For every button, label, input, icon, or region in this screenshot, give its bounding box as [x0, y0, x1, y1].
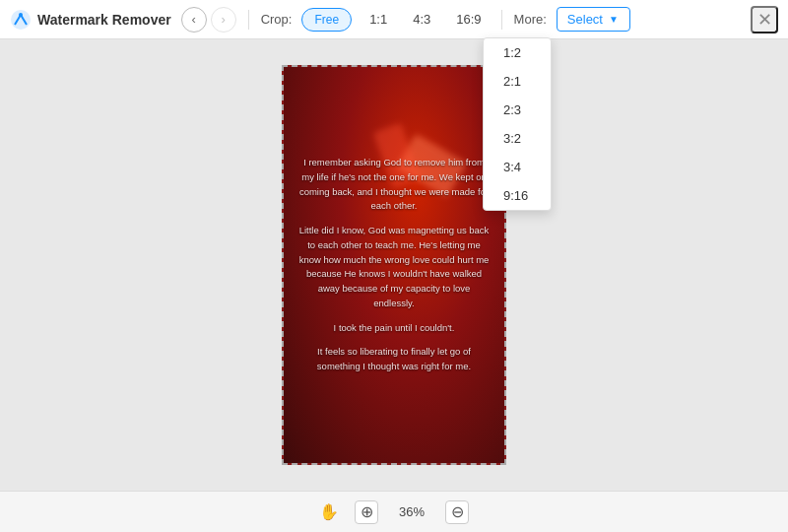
- zoom-in-button[interactable]: ⊕: [355, 500, 378, 524]
- text-block-2: Little did I know, God was magnetting us…: [297, 224, 491, 310]
- zoom-in-icon: ⊕: [361, 502, 373, 521]
- app-title: Watermark Remover: [37, 12, 171, 28]
- dropdown-item[interactable]: 3:4: [484, 153, 551, 181]
- dropdown-item[interactable]: 1:2: [484, 38, 551, 67]
- select-label: Select: [567, 12, 603, 27]
- app-logo-icon: [10, 9, 32, 31]
- free-button[interactable]: Free: [301, 8, 352, 32]
- ratio-16-9-button[interactable]: 16:9: [448, 8, 489, 31]
- hand-icon[interactable]: ✋: [319, 502, 339, 521]
- image-text-overlay: I remember asking God to remove him from…: [284, 67, 504, 463]
- image-container: I remember asking God to remove him from…: [282, 65, 506, 465]
- zoom-level: 36%: [394, 504, 429, 519]
- chevron-down-icon: ▼: [609, 14, 619, 25]
- nav-forward-button[interactable]: ›: [211, 7, 236, 33]
- ratio-4-3-button[interactable]: 4:3: [405, 8, 438, 31]
- ratio-1-1-button[interactable]: 1:1: [361, 8, 395, 31]
- close-button[interactable]: ✕: [751, 6, 778, 33]
- divider-2: [501, 10, 502, 30]
- text-block-4: It feels so liberating to finally let go…: [297, 345, 491, 373]
- titlebar: Watermark Remover ‹ › Crop: Free 1:1 4:3…: [0, 0, 788, 39]
- crop-label: Crop:: [261, 12, 293, 27]
- nav-buttons: ‹ ›: [181, 7, 236, 33]
- nav-back-button[interactable]: ‹: [181, 7, 207, 33]
- zoom-out-button[interactable]: ⊖: [445, 500, 469, 524]
- bottombar: ✋ ⊕ 36% ⊖: [0, 491, 788, 532]
- text-block-1: I remember asking God to remove him from…: [297, 156, 491, 214]
- canvas-area: I remember asking God to remove him from…: [0, 39, 788, 491]
- dropdown-item[interactable]: 3:2: [484, 124, 551, 153]
- divider-1: [248, 10, 249, 30]
- select-dropdown: Select ▼: [557, 7, 630, 32]
- text-block-3: I took the pain until I couldn't.: [334, 321, 455, 336]
- zoom-out-icon: ⊖: [451, 502, 464, 521]
- dropdown-item[interactable]: 9:16: [484, 181, 551, 210]
- more-label: More:: [514, 12, 547, 27]
- select-button[interactable]: Select ▼: [557, 7, 630, 32]
- app-logo: Watermark Remover: [10, 9, 171, 31]
- svg-point-1: [19, 13, 23, 17]
- dropdown-item[interactable]: 2:3: [484, 96, 551, 124]
- dropdown-menu: 1:22:12:33:23:49:16: [483, 37, 552, 211]
- dropdown-item[interactable]: 2:1: [484, 67, 551, 96]
